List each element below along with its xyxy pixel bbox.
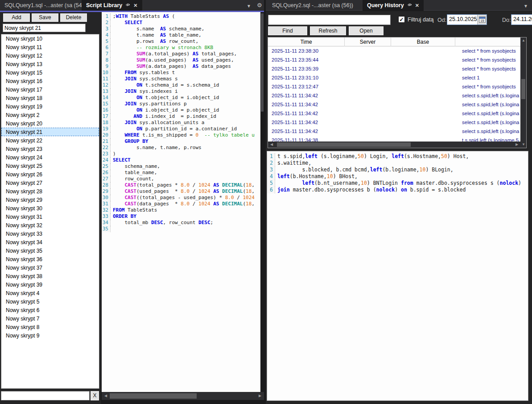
list-item[interactable]: Nowy skrypt 22	[1, 136, 99, 145]
list-item[interactable]: Nowy skrypt 29	[1, 196, 99, 204]
list-item[interactable]: Nowy skrypt 13	[1, 60, 99, 68]
close-icon[interactable]: ✕	[415, 3, 419, 8]
grid-vertical-scrollbar[interactable]: ▲ ▼	[520, 37, 526, 148]
code-line: 6join master.dbo.sysprocesses b (nolock)…	[267, 187, 528, 193]
pin-icon[interactable]	[407, 2, 412, 8]
list-item[interactable]: Nowy skrypt 11	[1, 43, 99, 51]
table-row[interactable]: 2025-11-11 23:12:47select * from sysobje…	[268, 82, 520, 91]
add-button[interactable]: Add	[3, 13, 30, 22]
list-item[interactable]: Nowy skrypt 32	[1, 221, 99, 229]
cell-time: 2025-11-11 11:34:42	[272, 127, 318, 136]
list-item[interactable]: Nowy skrypt 20	[1, 119, 99, 128]
scrollbar-thumb[interactable]	[110, 393, 197, 399]
pin-icon[interactable]	[125, 2, 130, 8]
list-item[interactable]: Nowy skrypt 23	[1, 145, 99, 153]
list-item[interactable]: Nowy skrypt 18	[1, 94, 99, 102]
list-item[interactable]: Nowy skrypt 10	[1, 34, 99, 43]
list-item[interactable]: Nowy skrypt 4	[1, 289, 99, 297]
grid-horizontal-scrollbar[interactable]: ◀ ▶	[268, 142, 520, 148]
close-icon[interactable]: ✕	[133, 3, 137, 8]
script-filter-input[interactable]	[1, 391, 90, 400]
date-from-value[interactable]: 25.10.2025	[447, 15, 477, 25]
list-item[interactable]: Nowy skrypt 38	[1, 272, 99, 280]
list-item[interactable]: Nowy skrypt 5	[1, 297, 99, 306]
filter-date-checkbox[interactable]: ✓	[398, 16, 405, 23]
scrollbar-thumb[interactable]	[277, 142, 411, 147]
list-item[interactable]: Nowy skrypt 35	[1, 246, 99, 255]
table-row[interactable]: 2025-11-11 23:31:10select 1	[268, 73, 520, 82]
list-item[interactable]: Nowy skrypt 33	[1, 229, 99, 238]
history-code-editor[interactable]: 1t s.spid,left (s.loginame,50) Login, le…	[267, 151, 528, 401]
scroll-left-arrow[interactable]: ◀	[268, 142, 275, 148]
table-row[interactable]: 2025-11-11 23:35:44select * from sysobje…	[268, 55, 520, 64]
list-item[interactable]: Nowy skrypt 16	[1, 77, 99, 85]
table-row[interactable]: 2025-11-11 23:35:39select * from sysobje…	[268, 64, 520, 73]
date-from-picker[interactable]: 25.10.2025 15	[447, 14, 487, 25]
refresh-button[interactable]: Refresh	[310, 26, 346, 35]
find-button[interactable]: Find	[268, 26, 307, 35]
column-header-time[interactable]: Time	[268, 37, 345, 46]
code-line: 2 SELECT	[102, 20, 260, 26]
scrollbar-thumb[interactable]	[521, 79, 525, 99]
chevron-down-icon[interactable]: ▼	[247, 3, 251, 10]
tab-sqlquery2[interactable]: SQLQuery2.sql -...aster (sa (56))	[268, 0, 358, 11]
line-number: 32	[102, 207, 111, 213]
table-row[interactable]: 2025-11-11 11:34:42select s.spid,left (s…	[268, 127, 520, 136]
list-item[interactable]: Nowy skrypt 24	[1, 153, 99, 162]
table-row[interactable]: 2025-11-11 11:34:42select s.spid,left (s…	[268, 100, 520, 109]
scroll-up-arrow[interactable]: ▲	[520, 37, 527, 44]
line-number: 9	[102, 63, 111, 70]
chevron-down-icon[interactable]: ▼	[524, 3, 528, 10]
column-header-server[interactable]: Server	[345, 37, 391, 46]
date-to-picker[interactable]: 24.11.20	[511, 14, 532, 25]
cell-query: select * from sysobjects	[462, 55, 520, 64]
script-code-editor[interactable]: 1;WITH TableStats AS (2 SELECT3 s.name A…	[102, 12, 260, 392]
clear-filter-button[interactable]: X	[91, 391, 99, 400]
list-item[interactable]: Nowy skrypt 2	[1, 111, 99, 119]
table-row[interactable]: 2025-11-11 23:38:30select * from sysobje…	[268, 46, 520, 55]
column-header-query[interactable]	[455, 37, 520, 46]
list-item[interactable]: Nowy skrypt 27	[1, 179, 99, 187]
list-item[interactable]: Nowy skrypt 8	[1, 323, 99, 331]
save-button[interactable]: Save	[32, 13, 58, 22]
list-item[interactable]: Nowy skrypt 9	[1, 331, 99, 340]
list-item[interactable]: Nowy skrypt 6	[1, 306, 99, 314]
scroll-down-arrow[interactable]: ▼	[520, 142, 527, 148]
table-row[interactable]: 2025-11-11 11:34:42select s.spid,left (s…	[268, 109, 520, 118]
list-item[interactable]: Nowy skrypt 7	[1, 314, 99, 323]
calendar-button[interactable]: 15	[477, 15, 487, 25]
list-item[interactable]: Nowy skrypt 15	[1, 68, 99, 77]
history-search-input[interactable]	[268, 15, 391, 25]
open-button[interactable]: Open	[349, 26, 384, 35]
editor-horizontal-scrollbar[interactable]: ◀ ▶	[102, 392, 264, 400]
gear-icon[interactable]: ⚙	[257, 2, 262, 9]
script-name-input[interactable]	[3, 24, 86, 32]
list-item[interactable]: Nowy skrypt 25	[1, 162, 99, 170]
table-row[interactable]: 2025-11-11 11:34:42select s.spid,left (s…	[268, 118, 520, 127]
scroll-left-arrow[interactable]: ◀	[103, 393, 109, 399]
list-item[interactable]: Nowy skrypt 30	[1, 204, 99, 212]
scrollbar-thumb[interactable]	[261, 13, 264, 112]
list-item[interactable]: Nowy skrypt 28	[1, 187, 99, 196]
list-item[interactable]: Nowy skrypt 21	[1, 128, 99, 136]
list-item[interactable]: Nowy skrypt 12	[1, 51, 99, 60]
list-item[interactable]: Nowy skrypt 19	[1, 102, 99, 111]
cell-query: select * from sysobjects	[462, 64, 520, 73]
list-item[interactable]: Nowy skrypt 37	[1, 263, 99, 272]
column-header-base[interactable]: Base	[391, 37, 455, 46]
scroll-right-arrow[interactable]: ▶	[257, 393, 263, 399]
code-line: 34 total_mb DESC, row_count DESC;	[102, 220, 260, 226]
list-item[interactable]: Nowy skrypt 31	[1, 212, 99, 221]
list-item[interactable]: Nowy skrypt 26	[1, 170, 99, 179]
date-to-value[interactable]: 24.11.20	[511, 15, 532, 25]
table-row[interactable]: 2025-11-11 11:34:42select s.spid,left (s…	[268, 91, 520, 100]
list-item[interactable]: Nowy skrypt 36	[1, 255, 99, 263]
scroll-right-arrow[interactable]: ▶	[514, 142, 520, 148]
list-item[interactable]: Nowy skrypt 17	[1, 85, 99, 94]
tab-script-library[interactable]: Script Library ✕	[82, 0, 142, 11]
delete-button[interactable]: Delete	[60, 13, 87, 22]
list-item[interactable]: Nowy skrypt 39	[1, 280, 99, 289]
list-item[interactable]: Nowy skrypt 34	[1, 238, 99, 246]
tab-query-history[interactable]: Query History ✕	[363, 0, 424, 11]
tab-sqlquery1[interactable]: SQLQuery1.sql -...aster (sa (54))	[0, 0, 90, 11]
